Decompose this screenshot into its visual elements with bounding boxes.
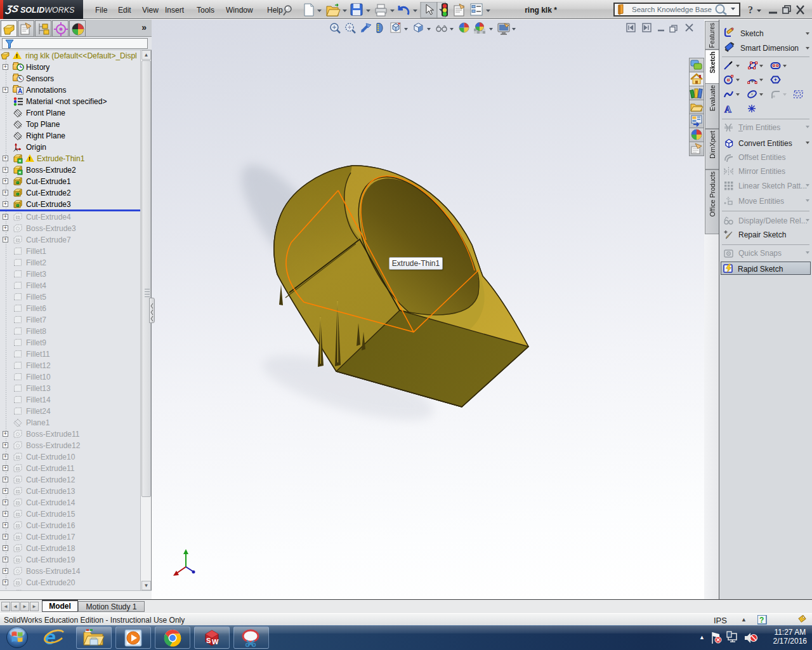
svg-text:?: ?: [748, 4, 753, 15]
svg-text:e: e: [44, 627, 56, 649]
svg-text:?: ?: [759, 616, 764, 625]
svg-text:S: S: [206, 637, 211, 644]
svg-text:W: W: [212, 638, 219, 646]
svg-text:Search Knowledge Base: Search Knowledge Base: [632, 6, 712, 13]
svg-text:A: A: [724, 104, 731, 114]
